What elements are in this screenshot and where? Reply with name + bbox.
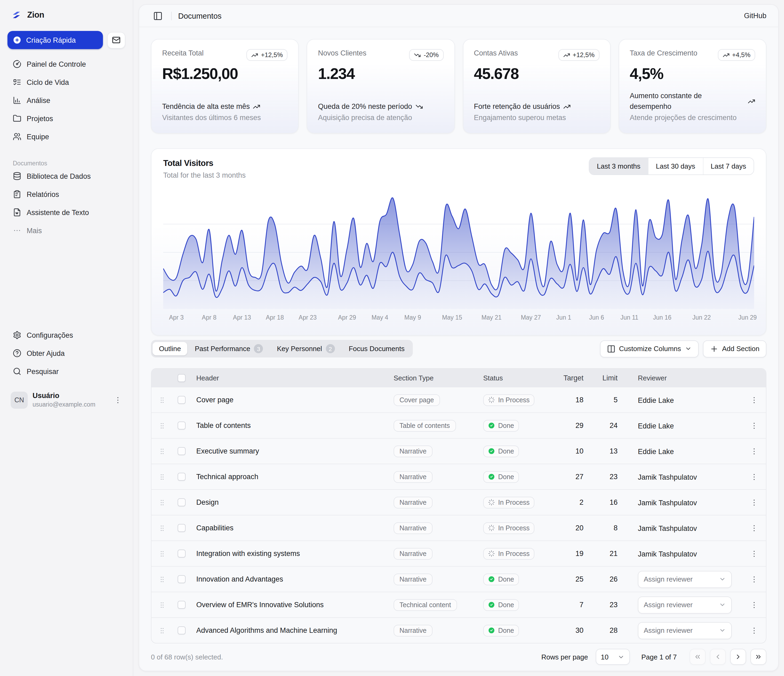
- status-label: In Process: [498, 498, 530, 506]
- range-toggle-option[interactable]: Last 3 months: [590, 158, 648, 174]
- row-checkbox[interactable]: [177, 524, 185, 532]
- limit-value[interactable]: 8: [597, 524, 632, 532]
- limit-value[interactable]: 16: [597, 498, 632, 506]
- quick-create-button[interactable]: Criação Rápida: [8, 31, 103, 49]
- target-value[interactable]: 2: [559, 498, 597, 506]
- drag-handle[interactable]: [159, 396, 166, 403]
- limit-value[interactable]: 26: [597, 575, 632, 583]
- sidebar-toggle-button[interactable]: [151, 9, 165, 23]
- drag-handle[interactable]: [159, 524, 166, 532]
- row-checkbox[interactable]: [177, 473, 185, 481]
- row-menu-button[interactable]: [747, 546, 762, 561]
- row-title[interactable]: Advanced Algorithms and Machine Learning: [190, 626, 394, 634]
- row-title[interactable]: Executive summary: [190, 447, 394, 455]
- row-menu-button[interactable]: [747, 495, 762, 510]
- drag-handle[interactable]: [159, 473, 166, 480]
- sidebar-item[interactable]: Painel de Controle: [8, 56, 125, 73]
- limit-value[interactable]: 23: [597, 473, 632, 481]
- row-checkbox[interactable]: [177, 626, 185, 634]
- add-section-button[interactable]: Add Section: [703, 340, 766, 357]
- view-tab[interactable]: Key Personnel 2: [271, 341, 341, 356]
- target-value[interactable]: 10: [559, 447, 597, 455]
- row-menu-button[interactable]: [747, 572, 762, 587]
- row-menu-button[interactable]: [747, 444, 762, 459]
- row-title[interactable]: Cover page: [190, 396, 394, 404]
- target-value[interactable]: 19: [559, 550, 597, 558]
- row-title[interactable]: Integration with existing systems: [190, 550, 394, 558]
- row-checkbox[interactable]: [177, 422, 185, 430]
- drag-handle[interactable]: [159, 627, 166, 634]
- select-all-checkbox[interactable]: [177, 374, 185, 382]
- limit-value[interactable]: 21: [597, 550, 632, 558]
- sidebar-item[interactable]: Pesquisar: [8, 363, 125, 380]
- last-page-button[interactable]: [750, 649, 766, 665]
- row-checkbox[interactable]: [177, 447, 185, 455]
- row-menu-button[interactable]: [747, 520, 762, 536]
- view-tab[interactable]: Focus Documents: [342, 342, 411, 355]
- sidebar-item[interactable]: Equipe: [8, 128, 125, 145]
- range-toggle-option[interactable]: Last 7 days: [703, 158, 754, 174]
- row-title[interactable]: Innovation and Advantages: [190, 575, 394, 583]
- first-page-button[interactable]: [690, 649, 706, 665]
- sidebar-item[interactable]: Relatórios: [8, 186, 125, 203]
- row-title[interactable]: Overview of EMR's Innovative Solutions: [190, 601, 394, 609]
- sidebar-item[interactable]: Obter Ajuda: [8, 345, 125, 362]
- rows-per-page-select[interactable]: 10: [596, 649, 630, 665]
- target-value[interactable]: 20: [559, 524, 597, 532]
- user-menu[interactable]: CN Usuário usuario@example.com: [8, 389, 125, 411]
- row-menu-button[interactable]: [747, 623, 762, 638]
- sidebar-item[interactable]: Análise: [8, 92, 125, 109]
- row-menu-button[interactable]: [747, 597, 762, 612]
- target-value[interactable]: 29: [559, 422, 597, 430]
- area-chart[interactable]: Apr 3Apr 8Apr 13Apr 18Apr 23Apr 29May 4M…: [163, 196, 754, 325]
- view-tab[interactable]: Outline: [152, 342, 187, 355]
- target-value[interactable]: 30: [559, 626, 597, 634]
- range-toggle-option[interactable]: Last 30 days: [648, 158, 703, 174]
- limit-value[interactable]: 13: [597, 447, 632, 455]
- assign-reviewer-select[interactable]: Assign reviewer: [638, 596, 732, 613]
- row-title[interactable]: Technical approach: [190, 473, 394, 481]
- row-menu-button[interactable]: [747, 418, 762, 433]
- view-tab[interactable]: Past Performance 3: [188, 341, 269, 356]
- target-value[interactable]: 7: [559, 601, 597, 609]
- drag-handle[interactable]: [159, 422, 166, 429]
- sidebar-item[interactable]: Mais: [8, 222, 125, 239]
- previous-page-button[interactable]: [710, 649, 726, 665]
- sidebar-item[interactable]: Projetos: [8, 110, 125, 127]
- limit-value[interactable]: 5: [597, 396, 632, 404]
- grip-vertical-icon: [159, 473, 166, 480]
- target-value[interactable]: 25: [559, 575, 597, 583]
- row-checkbox[interactable]: [177, 601, 185, 609]
- assign-reviewer-select[interactable]: Assign reviewer: [638, 571, 732, 588]
- row-checkbox[interactable]: [177, 396, 185, 404]
- row-menu-button[interactable]: [747, 469, 762, 484]
- next-page-button[interactable]: [730, 649, 746, 665]
- sidebar-item[interactable]: Ciclo de Vida: [8, 74, 125, 91]
- drag-handle[interactable]: [159, 601, 166, 609]
- customize-columns-button[interactable]: Customize Columns: [600, 340, 698, 357]
- row-checkbox[interactable]: [177, 575, 185, 583]
- drag-handle[interactable]: [159, 575, 166, 583]
- row-menu-button[interactable]: [747, 393, 762, 407]
- inbox-button[interactable]: [107, 32, 125, 48]
- row-checkbox[interactable]: [177, 498, 185, 506]
- row-checkbox[interactable]: [177, 550, 185, 558]
- brand[interactable]: Zion: [8, 8, 125, 22]
- user-menu-dots-icon[interactable]: [114, 396, 122, 404]
- limit-value[interactable]: 28: [597, 626, 632, 634]
- drag-handle[interactable]: [159, 447, 166, 455]
- sidebar-item[interactable]: Assistente de Texto: [8, 204, 125, 221]
- drag-handle[interactable]: [159, 550, 166, 557]
- row-title[interactable]: Capabilities: [190, 524, 394, 532]
- target-value[interactable]: 27: [559, 473, 597, 481]
- sidebar-item[interactable]: Biblioteca de Dados: [8, 168, 125, 185]
- row-title[interactable]: Design: [190, 498, 394, 506]
- row-title[interactable]: Table of contents: [190, 422, 394, 430]
- limit-value[interactable]: 24: [597, 422, 632, 430]
- sidebar-item[interactable]: Configurações: [8, 327, 125, 344]
- limit-value[interactable]: 23: [597, 601, 632, 609]
- target-value[interactable]: 18: [559, 396, 597, 404]
- drag-handle[interactable]: [159, 498, 166, 506]
- github-link[interactable]: GitHub: [744, 12, 766, 20]
- assign-reviewer-select[interactable]: Assign reviewer: [638, 622, 732, 639]
